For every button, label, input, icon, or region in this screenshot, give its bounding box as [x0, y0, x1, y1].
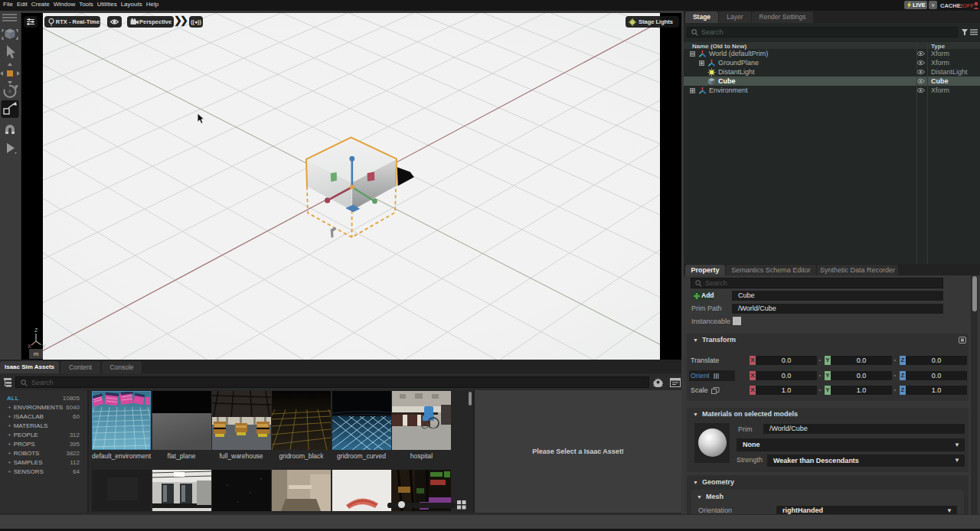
svg-text:Y: Y	[42, 344, 46, 349]
svg-text:Z: Z	[34, 327, 38, 333]
svg-text:X: X	[28, 344, 31, 349]
